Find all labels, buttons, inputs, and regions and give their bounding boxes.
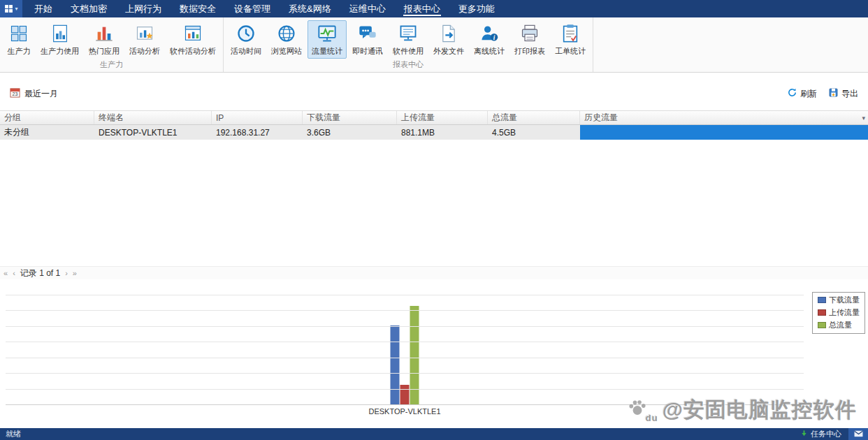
last-page-button[interactable]: »: [73, 269, 77, 277]
ribbon-button[interactable]: 流量统计: [308, 20, 347, 59]
pagination-bar: «‹记录 1 of 1›»: [0, 266, 868, 279]
ribbon-button-label: 软件使用: [393, 46, 424, 57]
app-menu-caret-icon: ▾: [15, 6, 17, 12]
status-right: 任务中心: [800, 428, 868, 440]
ribbon-button[interactable]: 生产力: [3, 20, 35, 59]
menu-item[interactable]: 上网行为: [116, 0, 171, 17]
app-menu-button[interactable]: ▾: [0, 0, 22, 17]
ribbon-button[interactable]: 外发文件: [429, 20, 468, 59]
export-button[interactable]: 导出: [828, 87, 858, 100]
column-header[interactable]: 历史流量▾: [580, 111, 868, 124]
chart-gridline: [6, 295, 804, 295]
column-header[interactable]: 总流量: [488, 111, 580, 124]
chart-gridline: [6, 342, 804, 342]
chart-gridline: [6, 358, 804, 358]
watermark: du @安固电脑监控软件: [628, 396, 857, 425]
green-arrow-icon: [800, 430, 808, 439]
legend-entry: 上传流量: [818, 307, 860, 318]
table-cell: [580, 125, 868, 140]
column-header[interactable]: 分组: [0, 111, 94, 124]
column-header[interactable]: 终端名: [94, 111, 212, 124]
legend-entry: 总流量: [818, 320, 860, 330]
ribbon-button[interactable]: 热门应用: [85, 20, 124, 59]
menu-item[interactable]: 设备管理: [225, 0, 280, 17]
next-page-button[interactable]: ›: [65, 269, 68, 277]
activity-analysis-star-icon: [134, 23, 155, 44]
column-header[interactable]: IP: [212, 111, 303, 124]
ribbon-group-items: 活动时间浏览网站流量统计即时通讯软件使用外发文件i离线统计打印报表工单统计: [226, 17, 591, 59]
task-center-label: 任务中心: [811, 429, 841, 439]
ribbon-group: 活动时间浏览网站流量统计即时通讯软件使用外发文件i离线统计打印报表工单统计报表中…: [224, 17, 593, 72]
ribbon-button[interactable]: 生产力使用: [36, 20, 83, 59]
refresh-label: 刷新: [800, 88, 817, 100]
ribbon-button-label: 工单统计: [555, 46, 586, 57]
date-range-filter[interactable]: 23 最近一月: [10, 87, 58, 100]
chart-bars: [391, 295, 419, 404]
ribbon-button[interactable]: 浏览网站: [267, 20, 306, 59]
refresh-button[interactable]: 刷新: [787, 87, 817, 100]
task-center-button[interactable]: 任务中心: [800, 429, 841, 439]
table-cell: DESKTOP-VLKTLE1: [94, 125, 212, 140]
table-cell: 4.5GB: [488, 125, 580, 140]
productivity-usage-icon: [50, 23, 71, 44]
menu-item[interactable]: 更多功能: [449, 0, 504, 17]
ribbon-button[interactable]: 活动时间: [226, 20, 266, 59]
prev-page-button[interactable]: ‹: [13, 269, 15, 277]
column-header[interactable]: 下载流量: [303, 111, 397, 124]
chart-bar: [400, 385, 410, 404]
envelope-icon: [854, 430, 863, 439]
ribbon-button-label: 软件活动分析: [170, 46, 216, 57]
table-cell: 3.6GB: [303, 125, 397, 140]
traffic-table: 分组终端名IP下载流量上传流量总流量历史流量▾ 未分组DESKTOP-VLKTL…: [0, 110, 868, 140]
table-row[interactable]: 未分组DESKTOP-VLKTLE1192.168.31.273.6GB881.…: [0, 125, 868, 140]
status-bar: 就绪 任务中心: [0, 428, 868, 440]
ribbon-group-label: 报表中心: [226, 59, 591, 73]
ribbon-button-label: 流量统计: [312, 46, 342, 57]
menu-item[interactable]: 系统&网络: [280, 0, 340, 17]
ribbon-button[interactable]: 活动分析: [125, 20, 164, 59]
worksheet-icon: [560, 23, 581, 44]
ribbon-button[interactable]: 工单统计: [551, 20, 590, 59]
legend-entry: 下载流量: [818, 295, 860, 305]
ribbon-button[interactable]: 即时通讯: [348, 20, 387, 59]
ribbon-button[interactable]: 打印报表: [510, 20, 549, 59]
watermark-paw-icon: [628, 398, 647, 423]
legend-label: 上传流量: [829, 307, 860, 318]
ribbon-button-label: 浏览网站: [271, 46, 302, 57]
svg-text:23: 23: [13, 91, 18, 96]
menu-bar: ▾ 开始文档加密上网行为数据安全设备管理系统&网络运维中心报表中心更多功能: [0, 0, 868, 17]
history-traffic-bar: [580, 125, 868, 140]
ribbon-button[interactable]: i离线统计: [470, 20, 509, 59]
ribbon: 生产力生产力使用热门应用活动分析软件活动分析生产力活动时间浏览网站流量统计即时通…: [0, 17, 868, 73]
menu-item[interactable]: 文档加密: [62, 0, 116, 17]
export-icon: [828, 87, 839, 100]
app-window-icon: [4, 4, 13, 13]
chat-icon: [357, 23, 378, 44]
menu-item[interactable]: 开始: [25, 0, 62, 17]
column-menu-icon[interactable]: ▾: [862, 115, 865, 122]
ribbon-button-label: 外发文件: [433, 46, 464, 57]
column-header[interactable]: 上传流量: [397, 111, 488, 124]
table-header: 分组终端名IP下载流量上传流量总流量历史流量▾: [0, 110, 868, 125]
column-header-label: 下载流量: [307, 112, 340, 124]
column-header-label: IP: [216, 113, 224, 123]
ribbon-group-items: 生产力生产力使用热门应用活动分析软件活动分析: [2, 17, 221, 59]
status-text: 就绪: [0, 429, 21, 439]
menu-item[interactable]: 数据安全: [171, 0, 225, 17]
legend-swatch: [818, 297, 826, 303]
message-button[interactable]: [848, 428, 868, 440]
ribbon-button[interactable]: 软件使用: [389, 20, 428, 59]
chart-gridline: [6, 389, 804, 390]
first-page-button[interactable]: «: [3, 269, 8, 277]
export-label: 导出: [841, 88, 858, 100]
toolbar: 23 最近一月 刷新 导出: [10, 84, 858, 103]
chart-gridline: [6, 373, 804, 374]
outgoing-file-icon: [438, 23, 459, 44]
refresh-icon: [787, 87, 797, 100]
menu-item[interactable]: 运维中心: [340, 0, 395, 17]
ribbon-button[interactable]: 软件活动分析: [166, 20, 220, 59]
menu-item[interactable]: 报表中心: [395, 0, 449, 17]
ribbon-button-label: 打印报表: [514, 46, 545, 57]
hot-apps-chart-icon: [94, 23, 115, 44]
ribbon-button-label: 即时通讯: [352, 46, 383, 57]
